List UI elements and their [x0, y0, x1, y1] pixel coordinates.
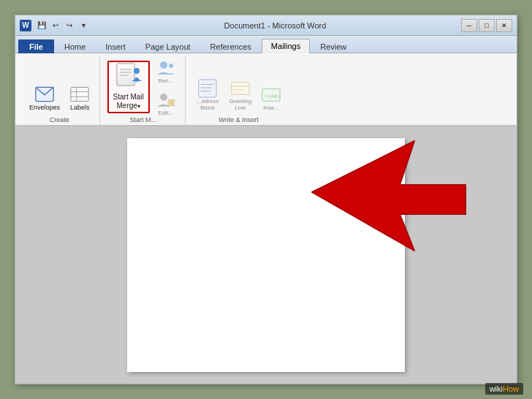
tab-mailings[interactable]: Mailings — [262, 39, 310, 53]
greeting-line-button[interactable]: GreetingLine — [225, 77, 255, 113]
address-block-label: ...ddressBlock — [197, 98, 219, 111]
tab-home[interactable]: Home — [55, 39, 95, 53]
close-button[interactable]: ✕ — [496, 19, 512, 32]
start-mail-merge-button[interactable]: Start MailMerge▾ — [107, 61, 150, 113]
tab-references[interactable]: References — [201, 39, 261, 53]
labels-icon — [70, 85, 89, 104]
group-start-items: Start MailMerge▾ — [107, 56, 179, 116]
tab-file[interactable]: File — [18, 39, 54, 53]
redo-quick-btn[interactable]: ↪ — [64, 20, 75, 31]
svg-rect-18 — [199, 80, 216, 97]
window-controls: ─ □ ✕ — [461, 19, 512, 32]
edit-recipients-label: Edit... — [159, 110, 173, 116]
wikihow-watermark: wikiHow — [485, 383, 523, 395]
start-mail-merge-icon — [114, 62, 143, 91]
labels-label: Labels — [70, 104, 90, 111]
edit-recipients-icon — [156, 91, 175, 110]
qa-dropdown-btn[interactable]: ▾ — [77, 20, 89, 31]
svg-point-12 — [160, 61, 167, 69]
envelopes-button[interactable]: Envelopes — [26, 83, 64, 113]
word-window: W 💾 ↩ ↪ ▾ Document1 - Microsoft Word ─ □… — [15, 15, 517, 384]
address-block-button[interactable]: ...ddressBlock — [193, 77, 223, 113]
word-icon: W — [20, 20, 31, 31]
svg-point-10 — [134, 68, 140, 74]
envelopes-label: Envelopes — [29, 104, 60, 111]
group-create-label: Create — [26, 116, 94, 125]
maximize-button[interactable]: □ — [479, 19, 495, 32]
document-page — [127, 138, 405, 372]
how-text: How — [503, 384, 519, 393]
greeting-line-icon — [231, 79, 250, 98]
select-recipients-label: Rec... — [158, 77, 173, 84]
envelope-icon — [35, 85, 54, 104]
undo-quick-btn[interactable]: ↩ — [50, 20, 61, 31]
quick-access-toolbar: 💾 ↩ ↪ ▾ — [36, 20, 89, 31]
labels-button[interactable]: Labels — [66, 83, 94, 113]
select-recipients-button[interactable]: Rec... — [153, 56, 179, 86]
insert-merge-label: Inse... — [263, 104, 279, 111]
title-bar: W 💾 ↩ ↪ ▾ Document1 - Microsoft Word ─ □… — [15, 15, 517, 36]
tab-pagelayout[interactable]: Page Layout — [136, 39, 200, 53]
svg-rect-15 — [168, 99, 175, 106]
ribbon-group-create: Envelopes Labels Create — [20, 56, 100, 125]
tab-review[interactable]: Review — [311, 39, 356, 53]
group-write-label: Write & Insert — [193, 116, 284, 125]
group-create-items: Envelopes Labels — [26, 56, 94, 116]
ribbon-content: Envelopes Labels Create — [15, 53, 517, 126]
ribbon-tabs: File Home Insert Page Layout References … — [15, 36, 517, 53]
ribbon-group-start-mail: Start MailMerge▾ — [102, 56, 186, 125]
svg-point-13 — [169, 64, 173, 68]
save-quick-btn[interactable]: 💾 — [36, 20, 48, 31]
start-mail-merge-label: Start MailMerge▾ — [113, 93, 144, 110]
svg-point-11 — [134, 77, 139, 82]
insert-merge-field-icon: <<AB>> — [262, 86, 281, 104]
svg-point-14 — [160, 94, 167, 101]
minimize-button[interactable]: ─ — [461, 19, 477, 32]
document-area — [15, 126, 517, 384]
greeting-line-label: GreetingLine — [229, 98, 251, 111]
svg-rect-6 — [117, 64, 134, 86]
svg-rect-1 — [71, 87, 88, 101]
edit-recipients-button[interactable]: Edit... — [153, 88, 179, 118]
document-title: Document1 - Microsoft Word — [92, 21, 458, 30]
svg-text:<<AB>>: <<AB>> — [265, 93, 281, 99]
group-write-items: ...ddressBlock GreetingLine — [193, 56, 284, 116]
address-block-icon — [198, 79, 217, 98]
select-recipients-icon — [156, 58, 175, 77]
ribbon-group-write-insert: ...ddressBlock GreetingLine — [187, 56, 290, 125]
insert-merge-field-button[interactable]: <<AB>> Inse... — [258, 83, 284, 113]
tab-insert[interactable]: Insert — [96, 39, 135, 53]
wiki-text: wiki — [490, 384, 503, 393]
svg-rect-22 — [232, 83, 249, 95]
